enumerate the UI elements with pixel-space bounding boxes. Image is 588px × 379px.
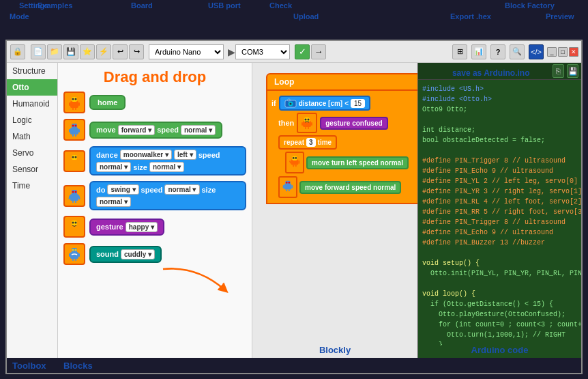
search-btn[interactable]: 🔍 bbox=[510, 44, 525, 59]
svg-rect-8 bbox=[70, 128, 78, 135]
svg-point-35 bbox=[75, 222, 77, 224]
block-dance-group: dance moonwalker ▾ left ▾ speed normal ▾… bbox=[63, 146, 246, 176]
check-btn[interactable]: ✓ bbox=[295, 44, 310, 59]
otto-forward-icon bbox=[278, 176, 297, 198]
robot-icon-dance bbox=[63, 150, 85, 172]
turn-left-block[interactable]: move turn left speed normal bbox=[306, 156, 409, 169]
svg-rect-30 bbox=[72, 201, 74, 203]
chart-btn[interactable]: 📊 bbox=[471, 44, 486, 59]
loop-header-block[interactable]: Loop bbox=[266, 73, 417, 91]
svg-rect-46 bbox=[72, 259, 74, 261]
code-line-4 bbox=[422, 115, 577, 125]
blocks-panel: Drag and drop home bbox=[58, 63, 252, 358]
code-line-16: #define PIN_Buzzer 13 //buzzer bbox=[422, 238, 577, 248]
svg-point-62 bbox=[293, 157, 295, 159]
block-home[interactable]: home bbox=[89, 95, 126, 110]
code-line-20 bbox=[422, 279, 577, 289]
svg-point-55 bbox=[308, 119, 310, 121]
toolbox-item-otto[interactable]: Otto bbox=[7, 79, 57, 96]
svg-rect-47 bbox=[75, 259, 76, 261]
svg-rect-32 bbox=[70, 225, 78, 231]
svg-point-3 bbox=[75, 98, 77, 100]
code-panel: save as Arduino.ino ⎘ 💾 #include <US.h> … bbox=[417, 63, 581, 358]
toolbox-item-structure[interactable]: Structure bbox=[7, 63, 57, 79]
new-btn[interactable]: 📄 bbox=[31, 44, 46, 59]
svg-point-2 bbox=[72, 98, 74, 100]
distance-sensor-block[interactable]: distance [cm] < 15 bbox=[279, 96, 370, 111]
toolbox-item-math[interactable]: Math bbox=[7, 128, 57, 145]
close-btn[interactable]: ✕ bbox=[569, 47, 578, 57]
open-btn[interactable]: 📁 bbox=[47, 44, 62, 59]
table-view-btn[interactable]: ⊞ bbox=[452, 44, 467, 59]
main-window: 🔒 📄 📁 💾 ⭐ ⚡ ↩ ↪ Arduino Nano ▶ COM3 ✓ → … bbox=[5, 40, 583, 374]
svg-rect-74 bbox=[286, 189, 287, 191]
svg-rect-36 bbox=[69, 226, 70, 229]
toolbox-item-humanoid[interactable]: Humanoid bbox=[7, 96, 57, 112]
block-dance[interactable]: dance moonwalker ▾ left ▾ speed normal ▾… bbox=[89, 146, 246, 176]
svg-rect-44 bbox=[69, 253, 70, 257]
lock-btn[interactable]: 🔒 bbox=[10, 44, 25, 59]
blockly-canvas[interactable]: Loop if bbox=[252, 63, 417, 358]
example2-btn[interactable]: ⚡ bbox=[96, 44, 111, 59]
block-swing[interactable]: do swing ▾ speed normal ▾ size normal ▾ bbox=[89, 181, 246, 210]
code-line-17 bbox=[422, 248, 577, 258]
copy-code-btn[interactable]: ⎘ bbox=[553, 64, 564, 78]
port-select[interactable]: COM3 bbox=[235, 44, 290, 59]
robot-icon-home bbox=[63, 92, 85, 113]
code-line-14: #define PIN_Trigger 8 // ultrasound bbox=[422, 217, 577, 227]
toolbox-item-sensor[interactable]: Sensor bbox=[7, 161, 57, 178]
gesture-confused-block[interactable]: gesture confused bbox=[320, 117, 387, 130]
maximize-btn[interactable]: □ bbox=[558, 47, 568, 57]
svg-rect-0 bbox=[70, 101, 78, 108]
robot-icon-swing bbox=[63, 185, 85, 207]
block-sound[interactable]: sound cuddly ▾ bbox=[89, 246, 162, 263]
upload-btn[interactable]: → bbox=[311, 44, 326, 59]
drag-drop-label: Drag and drop bbox=[63, 68, 246, 86]
svg-rect-12 bbox=[69, 129, 70, 132]
toolbox-item-time[interactable]: Time bbox=[7, 178, 57, 194]
code-line-21: void loop() { bbox=[422, 289, 577, 299]
redo-btn[interactable]: ↪ bbox=[129, 44, 144, 59]
help-btn[interactable]: ? bbox=[490, 44, 505, 59]
code-label-container: Arduino code bbox=[418, 346, 581, 358]
examples-annotation: Examples bbox=[38, 1, 72, 10]
board-select[interactable]: Arduino Nano bbox=[149, 44, 224, 59]
lt-label: < bbox=[344, 100, 349, 107]
svg-point-11 bbox=[75, 125, 77, 127]
svg-point-43 bbox=[75, 249, 77, 251]
minimize-btn[interactable]: _ bbox=[547, 47, 557, 57]
svg-rect-24 bbox=[70, 194, 78, 201]
code-line-19: Otto.init(PIN_YL, PIN_YR, PIN_RL, PIN_RR… bbox=[422, 268, 577, 279]
mode-annotation: Mode bbox=[10, 12, 29, 20]
block-move-forward[interactable]: move forward ▾ speed normal ▾ bbox=[89, 122, 222, 139]
svg-rect-13 bbox=[78, 129, 80, 132]
toolbox-item-logic[interactable]: Logic bbox=[7, 112, 57, 128]
undo-btn[interactable]: ↩ bbox=[113, 44, 128, 59]
svg-rect-6 bbox=[72, 108, 74, 110]
repeat-block[interactable]: repeat 3 time bbox=[278, 135, 337, 150]
code-view-btn[interactable]: </> bbox=[529, 44, 544, 59]
toolbox-panel: Structure Otto Humanoid Logic Math Servo… bbox=[7, 63, 58, 358]
svg-rect-37 bbox=[78, 226, 80, 229]
svg-rect-75 bbox=[289, 189, 290, 191]
example-btn[interactable]: ⭐ bbox=[80, 44, 95, 59]
block-gesture-happy[interactable]: gesture happy ▾ bbox=[89, 219, 164, 236]
save-btn[interactable]: 💾 bbox=[63, 44, 78, 59]
svg-rect-72 bbox=[283, 185, 284, 188]
svg-rect-51 bbox=[288, 99, 290, 101]
code-line-6: bool obstacleDetected = false; bbox=[422, 135, 577, 145]
save-annotation: save as Arduino.ino bbox=[452, 68, 530, 78]
footer-labels: Toolbox Blocks bbox=[7, 358, 581, 373]
forward-block[interactable]: move forward speed normal bbox=[299, 181, 401, 194]
download-code-btn[interactable]: 💾 bbox=[567, 64, 578, 78]
repeat-count: 3 bbox=[306, 138, 316, 147]
robot-icon-sound bbox=[63, 243, 85, 265]
content-area: Structure Otto Humanoid Logic Math Servo… bbox=[7, 63, 581, 358]
svg-rect-22 bbox=[72, 166, 74, 168]
toolbox-item-servo[interactable]: Servo bbox=[7, 145, 57, 161]
footer-toolbox: Toolbox bbox=[7, 358, 58, 373]
code-line-23: Otto.playGesture(OttoConfused); bbox=[422, 309, 577, 320]
code-line-22: if (Otto.getDistance() < 15) { bbox=[422, 299, 577, 309]
block-move-forward-group: move forward ▾ speed normal ▾ bbox=[63, 119, 246, 141]
code-line-10: #define PIN_YL 2 // left leg, servo[0] bbox=[422, 176, 577, 186]
